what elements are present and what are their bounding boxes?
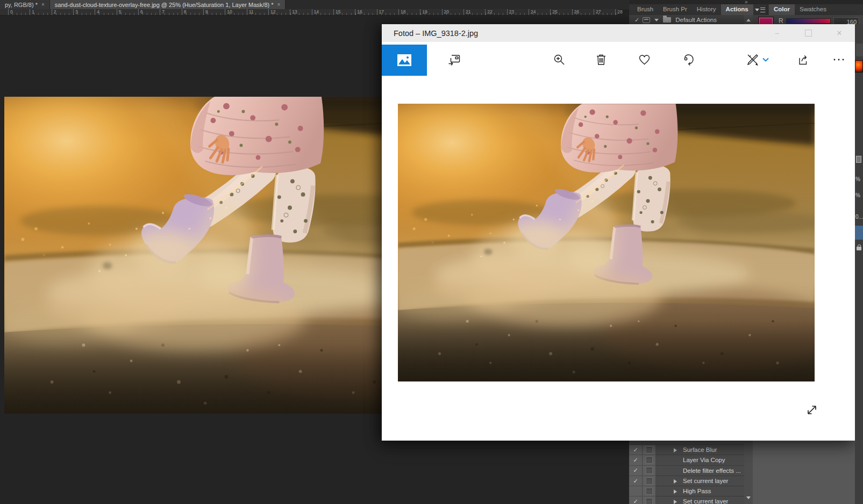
expand-action-icon[interactable]	[674, 500, 677, 504]
action-row-main[interactable]: Delete filter effects ...	[656, 466, 744, 476]
action-row-main[interactable]: Set current layer	[656, 476, 744, 486]
modal-toggle-box[interactable]	[643, 486, 656, 496]
panel-tab-history[interactable]: History	[692, 4, 721, 15]
panel-tab-brush[interactable]: Brush	[632, 4, 658, 15]
ruler-number: 10	[225, 9, 232, 15]
toggle-item-check[interactable]: ✓	[629, 476, 643, 486]
modal-toggle-box[interactable]	[643, 455, 656, 465]
toggle-item-check[interactable]: ✓	[629, 466, 643, 476]
canvas-image[interactable]	[4, 97, 382, 414]
zero-fragment: 0...	[855, 214, 863, 220]
ruler-number: 18	[398, 9, 405, 15]
right-panel-tabs: ColorSwatches	[767, 4, 863, 15]
action-row[interactable]: High Pass	[629, 486, 744, 496]
action-row[interactable]: ✓Set current layer	[629, 476, 744, 486]
panel-tab-color[interactable]: Color	[769, 4, 795, 15]
channel-label: R	[779, 17, 783, 25]
empty-checkbox-icon	[646, 478, 653, 485]
empty-checkbox-icon	[646, 488, 653, 495]
action-row-main[interactable]: Layer Via Copy	[656, 455, 744, 465]
toggle-item-check[interactable]	[629, 486, 643, 496]
fullscreen-expand-icon	[806, 404, 818, 416]
ruler-number: 21	[463, 9, 470, 15]
modal-toggle-box[interactable]	[643, 466, 656, 476]
layer-thumbnail-fragment[interactable]	[855, 60, 863, 73]
favorite-button[interactable]	[632, 48, 656, 71]
horizontal-ruler[interactable]: 0123456789101112131415161718192021222324…	[0, 9, 618, 16]
expand-set-icon[interactable]	[654, 19, 659, 21]
ruler-number: 12	[268, 9, 275, 15]
modal-toggle-box[interactable]	[643, 476, 656, 486]
modal-toggle-box[interactable]	[643, 496, 656, 504]
paper-icon	[856, 156, 861, 163]
panel-tab-actions[interactable]: Actions	[721, 4, 753, 15]
expand-action-icon[interactable]	[674, 489, 677, 494]
expand-action-icon[interactable]	[674, 448, 677, 452]
chevron-down-icon	[762, 57, 769, 62]
rotate-button[interactable]	[676, 48, 700, 71]
selected-layer-fragment[interactable]	[855, 226, 863, 240]
action-row[interactable]: ✓Layer Via Copy	[629, 455, 744, 465]
toggle-item-check[interactable]: ✓	[629, 445, 643, 455]
panel-tab-swatches[interactable]: Swatches	[795, 4, 831, 15]
action-row-main[interactable]: Set current layer	[656, 496, 744, 504]
modal-control-icon[interactable]	[643, 17, 650, 23]
modal-toggle-box[interactable]	[643, 445, 656, 455]
action-name: Surface Blur	[683, 447, 717, 453]
share-button[interactable]	[792, 48, 816, 71]
ruler-number: 1	[30, 9, 34, 15]
ruler-number: 8	[182, 9, 187, 15]
delete-button[interactable]	[589, 48, 613, 71]
close-tab-icon[interactable]: ×	[41, 2, 45, 8]
menu-lines-icon	[760, 8, 765, 12]
expand-action-icon[interactable]	[674, 479, 677, 484]
close-tab-icon[interactable]: ×	[277, 2, 281, 8]
collection-view-button[interactable]	[382, 45, 427, 76]
photos-titlebar[interactable]: Fotod – IMG_9318-2.jpg – ✕	[382, 24, 855, 42]
rotate-icon	[681, 53, 695, 67]
zoom-button[interactable]	[547, 48, 571, 71]
trash-icon	[595, 53, 608, 66]
action-name: High Pass	[683, 488, 711, 494]
photos-toolbar	[382, 42, 855, 75]
action-row[interactable]: ✓Set current layer	[629, 496, 744, 504]
minimize-button[interactable]: –	[761, 24, 793, 42]
triangle-up-icon	[746, 19, 751, 21]
ruler-number: 17	[377, 9, 384, 15]
document-tab-2-label: sand-dust-cloud-texture-overlay-free.jpg…	[55, 2, 274, 8]
ruler-number: 23	[507, 9, 514, 15]
ruler-number: 15	[333, 9, 340, 15]
scroll-down-icon[interactable]	[746, 496, 751, 499]
close-button[interactable]: ✕	[824, 24, 855, 42]
ruler-number: 5	[117, 9, 122, 15]
panel-menu-button[interactable]	[753, 4, 767, 15]
ruler-number: 20	[442, 9, 449, 15]
edit-create-button[interactable]	[741, 48, 765, 71]
ruler-number: 13	[290, 9, 297, 15]
edit-dropdown-chevron[interactable]	[762, 54, 772, 66]
action-row-main[interactable]: Surface Blur	[656, 445, 744, 455]
action-row-main[interactable]: High Pass	[656, 486, 744, 496]
actions-scrollbar[interactable]	[744, 441, 753, 504]
panel-well-background	[753, 441, 863, 504]
partial-row	[629, 441, 744, 445]
maximize-button[interactable]	[793, 24, 824, 42]
ruler-number: 0	[8, 9, 13, 15]
document-tab-1[interactable]: py, RGB/8) * ×	[0, 0, 50, 9]
scroll-up-button[interactable]	[744, 15, 753, 25]
include-check-icon[interactable]: ✓	[634, 17, 639, 24]
panel-tab-brush-pr[interactable]: Brush Pr	[658, 4, 692, 15]
action-row[interactable]: ✓Delete filter effects ...	[629, 466, 744, 476]
share-icon	[797, 53, 811, 67]
maximize-icon	[805, 30, 812, 37]
channel-slider[interactable]	[786, 18, 831, 24]
see-more-button[interactable]	[827, 48, 851, 71]
document-tab-2[interactable]: sand-dust-cloud-texture-overlay-free.jpg…	[50, 0, 286, 9]
fullscreen-expand-button[interactable]	[804, 402, 820, 418]
action-row[interactable]: ✓Surface Blur	[629, 445, 744, 455]
add-to-button[interactable]	[443, 48, 466, 71]
action-name: Delete filter effects ...	[683, 467, 741, 474]
folder-icon	[663, 17, 671, 23]
toggle-item-check[interactable]: ✓	[629, 496, 643, 504]
toggle-item-check[interactable]: ✓	[629, 455, 643, 465]
